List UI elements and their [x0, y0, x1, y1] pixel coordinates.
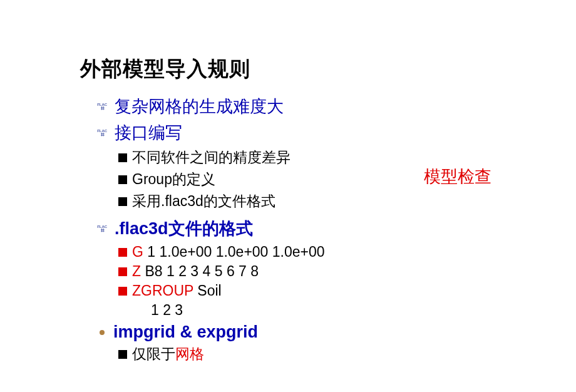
bullet-text: impgrid & expgrid — [113, 322, 258, 342]
square-bullet-icon — [118, 153, 127, 162]
sub-bullet-grid-only: 仅限于网格 — [118, 344, 325, 364]
red-square-bullet-icon — [118, 287, 127, 296]
content-area: FLAC ⌗ 复杂网格的生成难度大 FLAC ⌗ 接口编写 不同软件之间的精度差… — [97, 95, 325, 366]
sub-bullet-text: Group的定义 — [132, 170, 215, 189]
bullet-item-flac3d-format: FLAC ⌗ .flac3d文件的格式 — [97, 217, 325, 240]
slide-title: 外部模型导入规则 — [80, 55, 250, 83]
bullet-item-interface: FLAC ⌗ 接口编写 — [97, 121, 325, 144]
sub-bullet-text: G 1 1.0e+00 1.0e+00 1.0e+00 — [132, 244, 325, 260]
sub-bullet-use-flac3d: 采用.flac3d的文件格式 — [118, 192, 325, 211]
sub-bullet-zgroup-values: 1 2 3 — [151, 302, 325, 319]
flac-bullet-icon: FLAC ⌗ — [97, 223, 108, 234]
square-bullet-icon — [118, 197, 127, 206]
sub-bullet-z-line: Z B8 1 2 3 4 5 6 7 8 — [118, 263, 325, 280]
sub-bullet-text: ZGROUP Soil — [132, 282, 222, 299]
sub-bullet-text: 不同软件之间的精度差异 — [132, 148, 291, 167]
slide: 外部模型导入规则 模型检查 FLAC ⌗ 复杂网格的生成难度大 FLAC ⌗ 接… — [0, 0, 576, 392]
bullet-text: 接口编写 — [115, 121, 182, 144]
sub-bullet-zgroup-line: ZGROUP Soil — [118, 282, 325, 299]
sub-bullet-text: Z B8 1 2 3 4 5 6 7 8 — [132, 263, 259, 280]
sub-bullet-g-line: G 1 1.0e+00 1.0e+00 1.0e+00 — [118, 244, 325, 260]
sub-bullet-group-def: Group的定义 — [118, 170, 325, 189]
flac-bullet-icon: FLAC ⌗ — [97, 101, 108, 112]
bullet-item-complex-grid: FLAC ⌗ 复杂网格的生成难度大 — [97, 95, 325, 118]
bullet-text: 复杂网格的生成难度大 — [115, 95, 284, 118]
bullet-text: .flac3d文件的格式 — [115, 217, 253, 240]
bullet-item-impgrid: impgrid & expgrid — [97, 322, 325, 342]
red-square-bullet-icon — [118, 248, 127, 257]
sub-bullet-text: 采用.flac3d的文件格式 — [132, 192, 275, 211]
side-note-model-check: 模型检查 — [424, 165, 491, 188]
square-bullet-icon — [118, 175, 127, 184]
red-square-bullet-icon — [118, 267, 127, 276]
dot-bullet-icon — [100, 330, 105, 335]
sub-bullet-precision: 不同软件之间的精度差异 — [118, 148, 325, 167]
flac-bullet-icon: FLAC ⌗ — [97, 127, 108, 138]
square-bullet-icon — [118, 350, 127, 359]
sub-bullet-text: 仅限于网格 — [132, 344, 204, 364]
